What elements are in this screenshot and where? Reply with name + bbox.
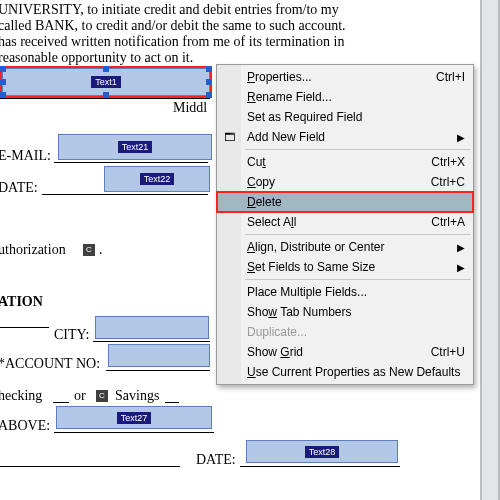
form-field-text28[interactable]: Text28 (246, 440, 398, 463)
menu-item-duplicate: Duplicate... (217, 322, 473, 342)
menu-item-select-all[interactable]: Select All Ctrl+A (217, 212, 473, 232)
menu-label: Show Tab Numbers (247, 305, 352, 319)
form-field-text21[interactable]: Text21 (58, 134, 212, 160)
doc-text: Savings (115, 388, 159, 404)
date-label: DATE: (0, 180, 38, 196)
rule-line (240, 466, 400, 467)
menu-separator (245, 149, 471, 150)
section-header: ATION (0, 294, 43, 310)
doc-text: uthorization (0, 242, 66, 258)
field-tag: Text1 (91, 76, 121, 88)
form-field-account[interactable] (108, 344, 210, 367)
form-field-text1[interactable]: Text1 (2, 68, 210, 96)
field-tag: Text27 (117, 412, 152, 424)
menu-label: Rename Field... (247, 90, 332, 104)
menu-label: Copy (247, 175, 275, 189)
form-field-text27[interactable]: Text27 (56, 406, 212, 429)
checkbox-field[interactable]: C (83, 244, 95, 256)
submenu-arrow-icon: ▶ (457, 132, 465, 143)
menu-separator (245, 234, 471, 235)
menu-label: Set as Required Field (247, 110, 362, 124)
rule-line (93, 341, 210, 342)
menu-shortcut: Ctrl+X (431, 155, 465, 169)
rule-line (0, 466, 180, 467)
context-menu: Properties... Ctrl+I Rename Field... Set… (216, 64, 474, 385)
menu-label: Use Current Properties as New Defaults (247, 365, 460, 379)
menu-item-properties[interactable]: Properties... Ctrl+I (217, 67, 473, 87)
menu-label: Show Grid (247, 345, 303, 359)
menu-label: Add New Field (247, 130, 325, 144)
checkbox-field[interactable]: C (96, 390, 108, 402)
menu-label: Cut (247, 155, 266, 169)
menu-item-show-grid[interactable]: Show Grid Ctrl+U (217, 342, 473, 362)
menu-label: Select All (247, 215, 296, 229)
doc-text: called BANK, to credit and/or debit the … (0, 18, 346, 34)
menu-label: Duplicate... (247, 325, 307, 339)
submenu-arrow-icon: ▶ (457, 242, 465, 253)
doc-text: hecking (0, 388, 42, 404)
rule-line (42, 194, 208, 195)
menu-label: Align, Distribute or Center (247, 240, 384, 254)
menu-item-align[interactable]: Align, Distribute or Center ▶ (217, 237, 473, 257)
menu-item-use-defaults[interactable]: Use Current Properties as New Defaults (217, 362, 473, 382)
field-tag: Text22 (140, 173, 175, 185)
account-label: *ACCOUNT NO: (0, 356, 100, 372)
doc-text: Middl (173, 100, 207, 116)
field-tag: Text21 (118, 141, 153, 153)
menu-item-place-multiple[interactable]: Place Multiple Fields... (217, 282, 473, 302)
rule-line (54, 162, 208, 163)
doc-text: or (74, 388, 86, 404)
menu-shortcut: Ctrl+A (431, 215, 465, 229)
rule-line (53, 402, 69, 403)
menu-label: Place Multiple Fields... (247, 285, 367, 299)
page-gutter (480, 0, 500, 500)
doc-text: has received written notification from m… (0, 34, 344, 50)
menu-shortcut: Ctrl+I (436, 70, 465, 84)
city-label: CITY: (54, 327, 89, 343)
rule-line (165, 402, 179, 403)
menu-separator (245, 279, 471, 280)
rule-line (54, 432, 214, 433)
menu-item-add-new-field[interactable]: 🗔 Add New Field ▶ (217, 127, 473, 147)
doc-text: UNIVERSITY, to initiate credit and debit… (0, 2, 339, 18)
add-field-icon: 🗔 (221, 129, 237, 145)
submenu-arrow-icon: ▶ (457, 262, 465, 273)
doc-text: . (99, 242, 103, 258)
menu-item-show-tab-numbers[interactable]: Show Tab Numbers (217, 302, 473, 322)
menu-item-copy[interactable]: Copy Ctrl+C (217, 172, 473, 192)
rule-line (0, 98, 210, 99)
menu-item-set-required[interactable]: Set as Required Field (217, 107, 473, 127)
menu-item-cut[interactable]: Cut Ctrl+X (217, 152, 473, 172)
form-field-city[interactable] (95, 316, 209, 339)
date-label: DATE: (196, 452, 236, 468)
rule-line (106, 370, 210, 371)
rule-line (0, 327, 49, 328)
menu-item-same-size[interactable]: Set Fields to Same Size ▶ (217, 257, 473, 277)
form-field-text22[interactable]: Text22 (104, 166, 210, 192)
field-tag: Text28 (305, 446, 340, 458)
menu-shortcut: Ctrl+C (431, 175, 465, 189)
menu-shortcut: Ctrl+U (431, 345, 465, 359)
doc-text: reasonable opportunity to act on it. (0, 50, 193, 66)
menu-label: Delete (247, 195, 282, 209)
menu-item-delete[interactable]: Delete (217, 192, 473, 212)
menu-label: Properties... (247, 70, 312, 84)
menu-item-rename[interactable]: Rename Field... (217, 87, 473, 107)
menu-label: Set Fields to Same Size (247, 260, 375, 274)
above-label: ABOVE: (0, 418, 50, 434)
email-label: E-MAIL: (0, 148, 51, 164)
